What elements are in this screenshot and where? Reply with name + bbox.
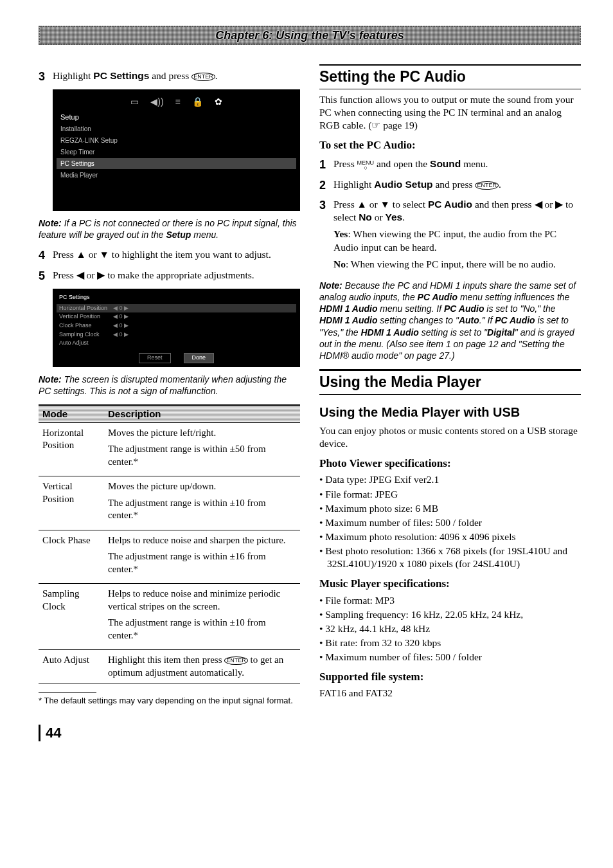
table-row: Vertical Position Moves the picture up/d…	[39, 476, 300, 530]
left-column: 3 Highlight PC Settings and press ENTER.…	[39, 64, 300, 707]
menu-item: REGZA-LINK Setup	[57, 135, 296, 146]
text: .	[402, 212, 405, 222]
text: and press	[149, 70, 191, 81]
list-item: 32 kHz, 44.1 kHz, 48 kHz	[319, 622, 581, 635]
list-item: Best photo resolution: 1366 x 768 pixels…	[319, 545, 581, 570]
gear-icon: ✿	[215, 96, 222, 107]
text: Setup	[166, 230, 191, 240]
step-5: 5 Press ◀ or ▶ to make the appropriate a…	[39, 269, 300, 284]
section-heading-pc-audio: Setting the PC Audio	[319, 64, 581, 89]
setup-menu-screenshot: ▭ ◀)) ≡ 🔒 ✿ Setup Installation REGZA-LIN…	[53, 89, 300, 210]
audio-setup-label: Audio Setup	[374, 179, 432, 190]
no-label: No	[359, 212, 372, 222]
chapter-header: Chapter 6: Using the TV's features	[39, 26, 581, 45]
yes-label: Yes	[386, 212, 403, 222]
subheading-music-spec: Music Player specifications:	[319, 577, 581, 591]
description: Helps to reduce noise and minimize perio…	[108, 588, 296, 613]
text: menu.	[461, 158, 488, 169]
note-label: Note:	[39, 374, 62, 384]
description: Highlight this item then press	[108, 655, 224, 665]
mode-name: Clock Phase	[39, 530, 104, 584]
list-item: Maximum photo resolution: 4096 x 4096 pi…	[319, 530, 581, 543]
enter-button-icon: ENTER	[191, 73, 215, 81]
chapter-title: Chapter 6: Using the TV's features	[215, 29, 404, 42]
enter-button-icon: ENTER	[224, 656, 248, 665]
paragraph: This function allows you to output or mu…	[319, 93, 581, 132]
description: Moves the picture left/right.	[108, 427, 296, 440]
list-item: File format: MP3	[319, 594, 581, 607]
table-row: Horizontal Position Moves the picture le…	[39, 422, 300, 476]
description: Moves the picture up/down.	[108, 480, 296, 493]
page-number: 44	[39, 725, 581, 741]
table-row: Auto Adjust Highlight this item then pre…	[39, 650, 300, 683]
description: The adjustment range is within ±10 from …	[108, 497, 296, 522]
photo-spec-list: Data type: JPEG Exif ver2.1 File format:…	[319, 473, 581, 570]
list-item: Sampling frequency: 16 kHz, 22.05 kHz, 2…	[319, 608, 581, 621]
description: Helps to reduce noise and sharpen the pi…	[108, 534, 296, 547]
text: Press ▲ or ▼ to select	[333, 199, 428, 210]
menu-item: Sleep Timer	[57, 147, 296, 158]
text: menu.	[191, 230, 218, 240]
text: : When viewing the PC input, there will …	[346, 258, 556, 269]
section-heading-media-player: Using the Media Player	[319, 369, 581, 395]
mode-name: Horizontal Position	[39, 422, 104, 476]
mode-name: Vertical Position	[39, 476, 104, 530]
table-row: Sampling Clock Helps to reduce noise and…	[39, 584, 300, 650]
menu-button-icon: MENU○	[357, 160, 375, 170]
note-label: Note:	[39, 218, 62, 228]
audio-step-3: 3 Press ▲ or ▼ to select PC Audio and th…	[319, 198, 581, 275]
description: The adjustment range is within ±16 from …	[108, 550, 296, 575]
paragraph: FAT16 and FAT32	[319, 687, 581, 700]
enter-button-icon: ENTER	[475, 181, 499, 190]
reset-button: Reset	[139, 353, 171, 363]
pref-icon: ≡	[175, 96, 181, 107]
mode-name: Sampling Clock	[39, 584, 104, 650]
setting-row: Sampling Clock	[59, 331, 109, 339]
footnote: * The default settings may vary dependin…	[39, 692, 300, 707]
text: and open the	[374, 158, 430, 169]
sound-label: Sound	[430, 158, 461, 169]
music-spec-list: File format: MP3 Sampling frequency: 16 …	[319, 594, 581, 664]
subheading-photo-spec: Photo Viewer specifications:	[319, 457, 581, 471]
text: : When viewing the PC input, the audio f…	[333, 228, 556, 252]
lock-icon: 🔒	[192, 96, 203, 107]
description: The adjustment range is within ±10 from …	[108, 617, 296, 642]
text: The screen is disrupted momentarily when…	[39, 374, 287, 396]
list-item: Data type: JPEG Exif ver2.1	[319, 473, 581, 486]
two-column-layout: 3 Highlight PC Settings and press ENTER.…	[39, 64, 581, 707]
no-heading: No	[333, 258, 346, 269]
pc-audio-label: PC Audio	[428, 199, 472, 210]
text: and press	[433, 179, 475, 190]
subheading-to-set: To set the PC Audio:	[319, 138, 581, 152]
menu-heading: Setup	[57, 111, 296, 123]
step-3: 3 Highlight PC Settings and press ENTER.	[39, 69, 300, 84]
modes-table: Mode Description Horizontal Position Mov…	[39, 404, 300, 683]
right-column: Setting the PC Audio This function allow…	[319, 64, 581, 707]
note-3: Note: Because the PC and HDMI 1 inputs s…	[319, 280, 581, 361]
subheading-file-system: Supported file system:	[319, 670, 581, 684]
list-item: Maximum number of files: 500 / folder	[319, 651, 581, 664]
mode-name: Auto Adjust	[39, 650, 104, 683]
list-item: Maximum photo size: 6 MB	[319, 502, 581, 515]
pc-settings-label: PC Settings	[93, 70, 149, 81]
done-button: Done	[184, 353, 215, 363]
dialog-title: PC Settings	[57, 293, 296, 304]
list-item: Bit rate: from 32 to 320 kbps	[319, 637, 581, 649]
subheading-media-usb: Using the Media Player with USB	[319, 404, 581, 420]
audio-step-2: 2 Highlight Audio Setup and press ENTER.	[319, 178, 581, 193]
note-label: Note:	[319, 280, 342, 291]
note-2: Note: The screen is disrupted momentaril…	[39, 374, 300, 397]
menu-item: Installation	[57, 123, 296, 134]
pc-settings-screenshot: PC Settings Horizontal Position◀ 0 ▶ Ver…	[53, 289, 300, 367]
list-item: File format: JPEG	[319, 488, 581, 501]
note-1: Note: If a PC is not connected or there …	[39, 217, 300, 240]
text: Highlight	[53, 70, 93, 81]
footnote-text: * The default settings may vary dependin…	[39, 696, 293, 705]
table-header: Mode	[39, 405, 104, 422]
step-text: Press ▲ or ▼ to highlight the item you w…	[53, 248, 300, 263]
sound-icon: ◀))	[150, 96, 163, 107]
step-text: Press ◀ or ▶ to make the appropriate adj…	[53, 269, 300, 284]
audio-step-1: 1 Press MENU○ and open the Sound menu.	[319, 158, 581, 172]
setting-row: Horizontal Position	[59, 305, 109, 312]
yes-heading: Yes	[333, 228, 348, 239]
